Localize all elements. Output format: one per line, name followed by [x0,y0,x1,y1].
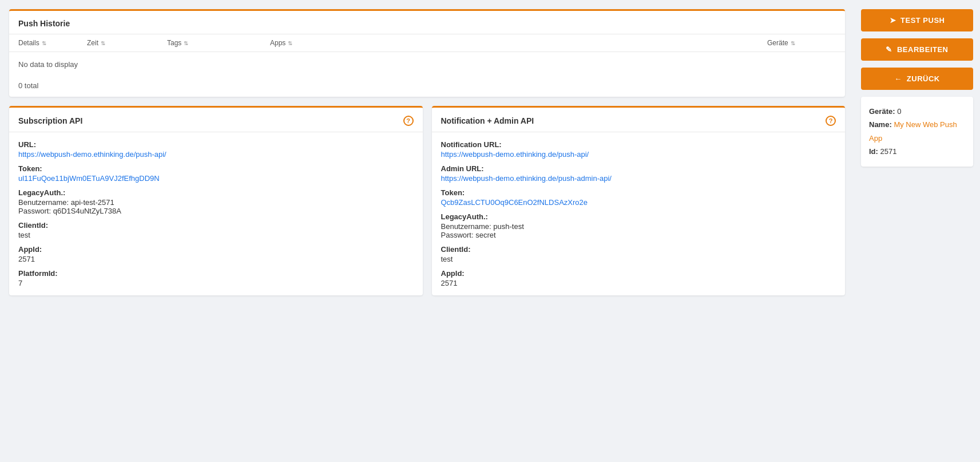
sort-details-icon: ⇅ [42,40,46,46]
sub-url-label: URL: [18,140,414,149]
notif-token-label: Token: [441,188,836,197]
notification-api-help-icon[interactable]: ? [826,116,836,126]
notif-clientid-label: ClientId: [441,245,836,254]
sub-url-block: URL: https://webpush-demo.ethinking.de/p… [18,140,414,159]
bearbeiten-button[interactable]: ✎ BEARBEITEN [861,38,973,61]
notification-api-header: Notification + Admin API ? [432,108,846,132]
subscription-api-header: Subscription API ? [9,108,423,132]
subscription-api-title: Subscription API [18,116,82,125]
info-id-label: Id: [869,147,878,156]
col-tags[interactable]: Tags ⇅ [167,39,270,47]
sub-token-value: ul11FuQoe11bjWm0ETuA9VJ2fEfhgDD9N [18,174,414,183]
sub-platformid-value: 7 [18,279,414,287]
info-name: Name: My New Web Push App [869,118,965,145]
sub-appid-block: AppId: 2571 [18,245,414,263]
sub-token-block: Token: ul11FuQoe11bjWm0ETuA9VJ2fEfhgDD9N [18,164,414,183]
notif-clientid-value: test [441,255,836,263]
push-historie-title: Push Historie [9,11,845,34]
sub-clientid-label: ClientId: [18,221,414,230]
info-id-value: 2571 [880,147,897,156]
notif-legacy-block: LegacyAuth.: Benutzername: push-test Pas… [441,212,836,239]
sort-zeit-icon: ⇅ [101,40,105,46]
sub-clientid-value: test [18,231,414,239]
notif-token-block: Token: Qcb9ZasLCTU0Oq9C6EnO2fNLDSAzXro2e [441,188,836,207]
admin-url-label: Admin URL: [441,164,836,173]
col-details[interactable]: Details ⇅ [18,39,87,47]
subscription-api-card: Subscription API ? URL: https://webpush-… [9,106,423,295]
info-panel: Geräte: 0 Name: My New Web Push App Id: … [861,97,973,167]
col-zeit[interactable]: Zeit ⇅ [87,39,167,47]
sidebar: ➤ TEST PUSH ✎ BEARBEITEN ← ZURÜCK Geräte… [854,0,980,462]
info-geraete: Geräte: 0 [869,105,965,118]
test-push-label: TEST PUSH [900,16,945,25]
notif-token-value: Qcb9ZasLCTU0Oq9C6EnO2fNLDSAzXro2e [441,198,836,207]
notif-url-value[interactable]: https://webpush-demo.ethinking.de/push-a… [441,150,836,159]
table-header-row: Details ⇅ Zeit ⇅ Tags ⇅ Apps ⇅ Geräte [9,34,845,52]
sort-tags-icon: ⇅ [184,40,188,46]
notif-legacy-benutzername: Benutzername: push-test [441,222,836,231]
notif-appid-label: AppId: [441,269,836,278]
admin-url-value[interactable]: https://webpush-demo.ethinking.de/push-a… [441,174,836,183]
sub-platformid-label: PlatformId: [18,269,414,278]
test-push-button[interactable]: ➤ TEST PUSH [861,9,973,31]
bearbeiten-label: BEARBEITEN [897,45,949,54]
col-apps[interactable]: Apps ⇅ [270,39,767,47]
sub-url-value[interactable]: https://webpush-demo.ethinking.de/push-a… [18,150,414,159]
sub-appid-value: 2571 [18,255,414,263]
notification-api-body: Notification URL: https://webpush-demo.e… [432,132,846,295]
notif-clientid-block: ClientId: test [441,245,836,263]
subscription-api-help-icon[interactable]: ? [403,116,414,126]
send-icon: ➤ [890,16,896,25]
sub-appid-label: AppId: [18,245,414,254]
sub-legacy-passwort: Passwort: q6D1S4uNtZyL738A [18,207,414,215]
no-data-message: No data to display [9,52,845,77]
total-count: 0 total [9,77,845,97]
subscription-api-body: URL: https://webpush-demo.ethinking.de/p… [9,132,423,295]
back-icon: ← [894,74,902,83]
notif-url-label: Notification URL: [441,140,836,149]
col-geraete[interactable]: Geräte ⇅ [767,39,836,47]
zurueck-button[interactable]: ← ZURÜCK [861,68,973,90]
sub-token-label: Token: [18,164,414,173]
sub-legacy-benutzername: Benutzername: api-test-2571 [18,198,414,207]
sub-platformid-block: PlatformId: 7 [18,269,414,287]
notif-appid-block: AppId: 2571 [441,269,836,287]
notif-legacy-label: LegacyAuth.: [441,212,836,221]
notification-api-card: Notification + Admin API ? Notification … [432,106,846,295]
info-geraete-value: 0 [897,107,901,116]
sub-legacy-block: LegacyAuth.: Benutzername: api-test-2571… [18,188,414,215]
info-geraete-label: Geräte: [869,107,895,116]
api-cards-grid: Subscription API ? URL: https://webpush-… [9,106,845,295]
info-name-label: Name: [869,120,892,129]
info-id: Id: 2571 [869,145,965,158]
push-historie-card: Push Historie Details ⇅ Zeit ⇅ Tags ⇅ Ap… [9,9,845,97]
sub-clientid-block: ClientId: test [18,221,414,239]
zurueck-label: ZURÜCK [907,74,940,83]
sub-legacy-label: LegacyAuth.: [18,188,414,197]
sort-apps-icon: ⇅ [288,40,292,46]
sort-geraete-icon: ⇅ [791,40,795,46]
notif-url-block: Notification URL: https://webpush-demo.e… [441,140,836,159]
notification-api-title: Notification + Admin API [441,116,534,125]
notif-appid-value: 2571 [441,279,836,287]
notif-legacy-passwort: Passwort: secret [441,231,836,239]
admin-url-block: Admin URL: https://webpush-demo.ethinkin… [441,164,836,183]
edit-icon: ✎ [886,45,892,54]
